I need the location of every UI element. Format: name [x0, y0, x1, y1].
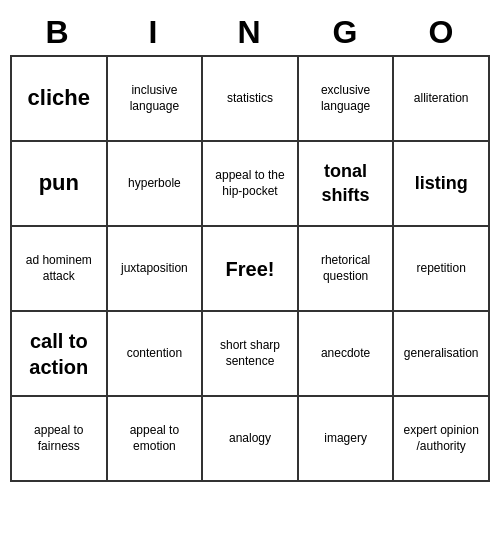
- bingo-cell-15[interactable]: call to action: [12, 312, 108, 397]
- bingo-cell-14[interactable]: repetition: [394, 227, 490, 312]
- bingo-cell-8[interactable]: tonal shifts: [299, 142, 395, 227]
- bingo-cell-0[interactable]: cliche: [12, 57, 108, 142]
- bingo-header: B I N G O: [10, 10, 490, 55]
- bingo-cell-6[interactable]: hyperbole: [108, 142, 204, 227]
- bingo-cell-5[interactable]: pun: [12, 142, 108, 227]
- bingo-cell-17[interactable]: short sharp sentence: [203, 312, 299, 397]
- header-b: B: [10, 10, 106, 55]
- bingo-cell-2[interactable]: statistics: [203, 57, 299, 142]
- bingo-cell-13[interactable]: rhetorical question: [299, 227, 395, 312]
- bingo-cell-1[interactable]: inclusive language: [108, 57, 204, 142]
- header-n: N: [202, 10, 298, 55]
- header-o: O: [394, 10, 490, 55]
- bingo-cell-12[interactable]: Free!: [203, 227, 299, 312]
- bingo-cell-19[interactable]: generalisation: [394, 312, 490, 397]
- bingo-cell-16[interactable]: contention: [108, 312, 204, 397]
- bingo-cell-22[interactable]: analogy: [203, 397, 299, 482]
- bingo-cell-7[interactable]: appeal to the hip-pocket: [203, 142, 299, 227]
- bingo-cell-4[interactable]: alliteration: [394, 57, 490, 142]
- header-g: G: [298, 10, 394, 55]
- bingo-cell-9[interactable]: listing: [394, 142, 490, 227]
- bingo-grid: clicheinclusive languagestatisticsexclus…: [10, 55, 490, 482]
- bingo-cell-20[interactable]: appeal to fairness: [12, 397, 108, 482]
- bingo-cell-24[interactable]: expert opinion /authority: [394, 397, 490, 482]
- bingo-cell-3[interactable]: exclusive language: [299, 57, 395, 142]
- bingo-cell-10[interactable]: ad hominem attack: [12, 227, 108, 312]
- bingo-cell-23[interactable]: imagery: [299, 397, 395, 482]
- bingo-cell-18[interactable]: anecdote: [299, 312, 395, 397]
- bingo-card: B I N G O clicheinclusive languagestatis…: [10, 10, 490, 482]
- bingo-cell-11[interactable]: juxtaposition: [108, 227, 204, 312]
- header-i: I: [106, 10, 202, 55]
- bingo-cell-21[interactable]: appeal to emotion: [108, 397, 204, 482]
